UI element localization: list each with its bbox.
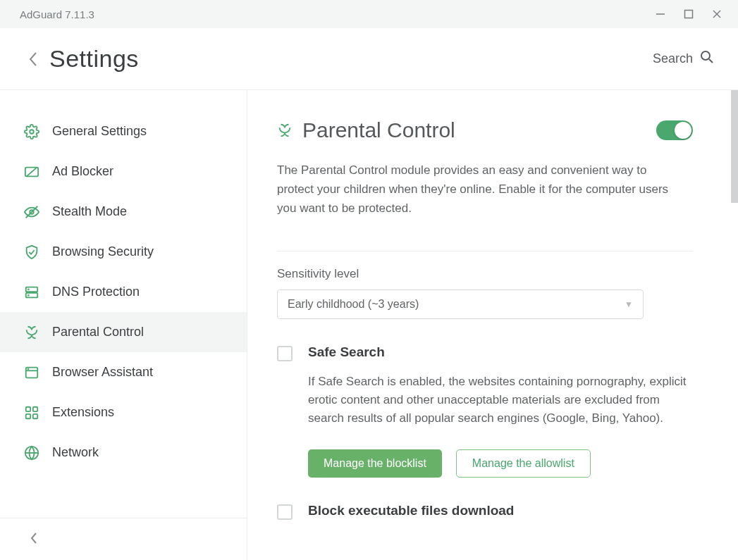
parental-icon xyxy=(24,325,39,340)
sidebar-item-label: Stealth Mode xyxy=(52,204,127,219)
gear-icon xyxy=(24,124,39,139)
collapse-sidebar-button[interactable] xyxy=(30,531,38,548)
svg-point-17 xyxy=(28,368,29,369)
sidebar-item-browsing-security[interactable]: Browsing Security xyxy=(0,232,247,272)
svg-rect-18 xyxy=(26,406,30,411)
svg-point-4 xyxy=(701,51,710,60)
titlebar: AdGuard 7.11.3 xyxy=(0,0,738,28)
sidebar-item-extensions[interactable]: Extensions xyxy=(0,392,247,433)
sidebar-item-stealth[interactable]: Stealth Mode xyxy=(0,192,247,232)
divider xyxy=(277,251,693,251)
parental-icon xyxy=(277,123,293,138)
svg-point-14 xyxy=(28,294,29,295)
section-header: Parental Control xyxy=(277,118,693,142)
svg-line-8 xyxy=(27,167,37,176)
sidebar-item-ad-blocker[interactable]: Ad Blocker xyxy=(0,151,247,192)
svg-rect-21 xyxy=(33,413,37,418)
manage-allowlist-button[interactable]: Manage the allowlist xyxy=(456,449,591,478)
safe-search-title: Safe Search xyxy=(308,344,689,360)
sidebar-item-label: DNS Protection xyxy=(52,285,140,299)
search-icon xyxy=(700,50,714,68)
page-header: Settings Search xyxy=(0,28,738,90)
sensitivity-label: Sensitivity level xyxy=(277,267,693,281)
manage-blocklist-button[interactable]: Manage the blocklist xyxy=(308,449,442,478)
maximize-button[interactable] xyxy=(675,0,703,28)
eye-off-icon xyxy=(24,204,39,220)
svg-rect-20 xyxy=(26,413,30,418)
sensitivity-selected: Early childhood (~3 years) xyxy=(288,298,419,311)
sidebar-item-label: Network xyxy=(52,445,99,460)
block-icon xyxy=(24,164,39,180)
sidebar-item-label: Browsing Security xyxy=(52,244,154,259)
sidebar-item-parental[interactable]: Parental Control xyxy=(0,312,247,352)
section-description: The Parental Control module provides an … xyxy=(277,161,686,218)
grid-icon xyxy=(24,405,39,421)
globe-icon xyxy=(24,445,39,461)
svg-point-6 xyxy=(30,130,34,134)
main-area: Parental Control The Parental Control mo… xyxy=(247,90,738,560)
svg-line-5 xyxy=(709,59,713,63)
block-exe-title: Block executable files download xyxy=(308,503,514,518)
sidebar-item-general[interactable]: General Settings xyxy=(0,111,247,151)
sensitivity-select[interactable]: Early childhood (~3 years) ▼ xyxy=(277,290,644,319)
sidebar-item-label: General Settings xyxy=(52,124,147,139)
safe-search-desc: If Safe Search is enabled, the websites … xyxy=(308,373,689,428)
search-label: Search xyxy=(653,51,693,66)
server-icon xyxy=(24,285,39,300)
parental-control-toggle[interactable] xyxy=(656,120,693,140)
window-title: AdGuard 7.11.3 xyxy=(20,8,94,20)
page-title: Settings xyxy=(49,45,139,73)
sidebar-footer xyxy=(0,518,247,560)
back-button[interactable] xyxy=(24,50,42,68)
browser-icon xyxy=(24,365,39,380)
sidebar-item-network[interactable]: Network xyxy=(0,433,247,473)
scrollbar[interactable] xyxy=(731,90,738,203)
svg-rect-1 xyxy=(685,11,693,18)
search-button[interactable]: Search xyxy=(653,50,714,68)
svg-point-13 xyxy=(28,289,29,290)
safe-search-option: Safe Search If Safe Search is enabled, t… xyxy=(277,344,693,478)
close-button[interactable] xyxy=(703,0,731,28)
block-exe-checkbox[interactable] xyxy=(277,504,293,520)
chevron-down-icon: ▼ xyxy=(625,299,633,309)
section-title: Parental Control xyxy=(302,118,646,142)
sidebar-item-label: Ad Blocker xyxy=(52,164,113,179)
sidebar-item-label: Extensions xyxy=(52,405,114,420)
sidebar-item-label: Parental Control xyxy=(52,325,144,340)
block-exe-option: Block executable files download xyxy=(277,503,693,520)
safe-search-checkbox[interactable] xyxy=(277,346,293,361)
sidebar-item-dns[interactable]: DNS Protection xyxy=(0,272,247,312)
sidebar-item-browser-assistant[interactable]: Browser Assistant xyxy=(0,352,247,392)
sidebar-item-label: Browser Assistant xyxy=(52,365,153,380)
minimize-button[interactable] xyxy=(646,0,675,28)
shield-icon xyxy=(24,244,39,260)
sidebar: General Settings Ad Blocker Stealth Mode… xyxy=(0,90,247,560)
svg-rect-19 xyxy=(33,406,37,411)
